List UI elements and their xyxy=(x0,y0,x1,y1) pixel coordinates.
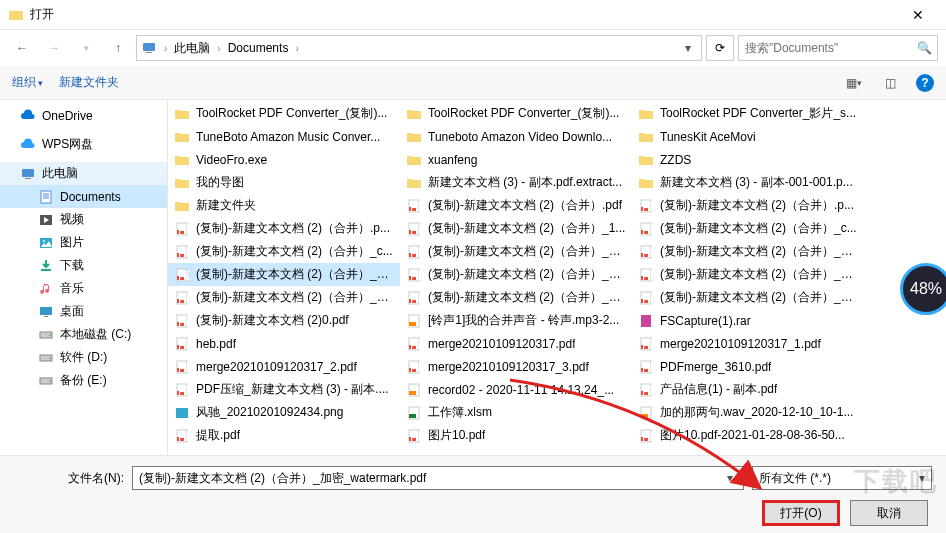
svg-text:PDF: PDF xyxy=(642,337,654,351)
file-item[interactable]: xuanfeng xyxy=(400,148,632,171)
file-item[interactable]: 风驰_20210201092434.png xyxy=(168,401,400,424)
search-input[interactable] xyxy=(745,41,917,55)
sidebar-item-9[interactable]: 本地磁盘 (C:) xyxy=(0,323,167,346)
file-item[interactable]: PDF(复制)-新建文本文档 (2)（合并）_c... xyxy=(632,217,864,240)
file-item[interactable]: 加的那两句.wav_2020-12-10_10-1... xyxy=(632,401,864,424)
mp3-icon xyxy=(406,382,422,398)
file-item[interactable]: PDF(复制)-新建文本文档 (2)（合并）_已... xyxy=(400,286,632,309)
file-item[interactable]: PDFmerge20210109120317_1.pdf xyxy=(632,332,864,355)
file-item[interactable]: ToolRocket PDF Converter_影片_s... xyxy=(632,102,864,125)
file-item[interactable]: PDF(复制)-新建文本文档 (2)（合并）_c... xyxy=(168,240,400,263)
sidebar-item-1[interactable]: WPS网盘 xyxy=(0,133,167,156)
sidebar-item-label: 本地磁盘 (C:) xyxy=(60,326,131,343)
file-item[interactable]: ToolRocket PDF Converter_(复制)... xyxy=(400,102,632,125)
chevron-down-icon[interactable]: ▾ xyxy=(723,471,737,485)
file-item[interactable]: TuneBoto Amazon Music Conver... xyxy=(168,125,400,148)
file-item[interactable]: PDFmerge20210109120317_2.pdf xyxy=(168,355,400,378)
search-icon[interactable]: 🔍 xyxy=(917,41,931,55)
file-item[interactable]: Tuneboto Amazon Video Downlo... xyxy=(400,125,632,148)
crumb-documents[interactable]: Documents xyxy=(226,41,291,55)
file-item[interactable]: 新建文件夹 xyxy=(168,194,400,217)
file-item[interactable]: PDF(复制)-新建文本文档 (2)（合并）_加... xyxy=(632,240,864,263)
crumb-pc[interactable]: 此电脑 xyxy=(172,40,212,57)
search-box[interactable]: 🔍 xyxy=(738,35,938,61)
breadcrumb-expand[interactable]: ▾ xyxy=(679,41,697,55)
file-item[interactable]: PDFmerge20210109120317_3.pdf xyxy=(400,355,632,378)
back-button[interactable]: ← xyxy=(8,34,36,62)
forward-button[interactable]: → xyxy=(40,34,68,62)
open-button[interactable]: 打开(O) xyxy=(762,500,840,526)
svg-text:PDF: PDF xyxy=(642,429,654,443)
file-item[interactable]: PDF图片10.pdf xyxy=(400,424,632,447)
file-name: VideoFro.exe xyxy=(196,153,267,167)
sidebar-item-5[interactable]: 图片 xyxy=(0,231,167,254)
file-name: FSCapture(1).rar xyxy=(660,314,751,328)
pdf-icon: PDF xyxy=(406,290,422,306)
filter-combobox[interactable]: 所有文件 (*.*) ▾ xyxy=(752,466,932,490)
file-item[interactable]: PDF(复制)-新建文本文档 (2)（合并）_加... xyxy=(400,263,632,286)
file-item[interactable]: 工作簿.xlsm xyxy=(400,401,632,424)
up-button[interactable]: ↑ xyxy=(104,34,132,62)
file-item[interactable]: [铃声1]我的合并声音 - 铃声.mp3-2... xyxy=(400,309,632,332)
sidebar-item-2[interactable]: 此电脑 xyxy=(0,162,167,185)
sidebar-item-0[interactable]: OneDrive xyxy=(0,104,167,127)
file-item[interactable]: TunesKit AceMovi xyxy=(632,125,864,148)
toolbar: 组织 ▾ 新建文件夹 ▦ ▾ ◫ ? xyxy=(0,66,946,100)
pdf-icon: PDF xyxy=(174,336,190,352)
chevron-down-icon[interactable]: ▾ xyxy=(919,471,925,485)
file-item[interactable]: PDF(复制)-新建文本文档 (2)（合并）_加... xyxy=(400,240,632,263)
organize-menu[interactable]: 组织 ▾ xyxy=(12,74,43,91)
file-item[interactable]: 新建文本文档 (3) - 副本-001-001.p... xyxy=(632,171,864,194)
file-item[interactable]: FSCapture(1).rar xyxy=(632,309,864,332)
breadcrumb[interactable]: › 此电脑 › Documents › ▾ xyxy=(136,35,702,61)
file-item[interactable]: PDF(复制)-新建文本文档 (2)0.pdf xyxy=(168,309,400,332)
filename-combobox[interactable]: ▾ xyxy=(132,466,744,490)
file-item[interactable]: PDF(复制)-新建文本文档 (2)（合并）.p... xyxy=(632,194,864,217)
sidebar-item-label: 视频 xyxy=(60,211,84,228)
filename-input[interactable] xyxy=(139,471,723,485)
file-item[interactable]: PDF提取.pdf xyxy=(168,424,400,447)
new-folder-button[interactable]: 新建文件夹 xyxy=(59,74,119,91)
sidebar-item-10[interactable]: 软件 (D:) xyxy=(0,346,167,369)
file-item[interactable]: PDF(复制)-新建文本文档 (2)（合并）_加... xyxy=(632,263,864,286)
file-item[interactable]: PDF(复制)-新建文本文档 (2)（合并）.pdf xyxy=(400,194,632,217)
help-button[interactable]: ? xyxy=(916,74,934,92)
view-options[interactable]: ▦ ▾ xyxy=(844,75,864,91)
file-item[interactable]: VideoFro.exe xyxy=(168,148,400,171)
sidebar-item-11[interactable]: 备份 (E:) xyxy=(0,369,167,392)
file-item[interactable]: PDFPDFmerge_3610.pdf xyxy=(632,355,864,378)
file-item[interactable]: PDF产品信息(1) - 副本.pdf xyxy=(632,378,864,401)
recent-dropdown[interactable]: ▾ xyxy=(72,34,100,62)
sidebar-item-6[interactable]: 下载 xyxy=(0,254,167,277)
refresh-button[interactable]: ⟳ xyxy=(706,35,734,61)
file-name: 图片10.pdf xyxy=(428,427,485,444)
preview-pane[interactable]: ◫ xyxy=(880,75,900,91)
navbar: ← → ▾ ↑ › 此电脑 › Documents › ▾ ⟳ 🔍 xyxy=(0,30,946,66)
file-name: 新建文本文档 (3) - 副本-001-001.p... xyxy=(660,174,853,191)
file-item[interactable]: PDF(复制)-新建文本文档 (2)（合并）_加... xyxy=(168,263,400,286)
file-item[interactable]: PDF(复制)-新建文本文档 (2)（合并）_已... xyxy=(632,286,864,309)
file-name: PDF压缩_新建文本文档 (3) - 副本.... xyxy=(196,381,389,398)
file-item[interactable]: PDF图片10.pdf-2021-01-28-08-36-50... xyxy=(632,424,864,447)
pdf-icon: PDF xyxy=(638,290,654,306)
sidebar-item-4[interactable]: 视频 xyxy=(0,208,167,231)
file-item[interactable]: PDF(复制)-新建文本文档 (2)（合并）.p... xyxy=(168,217,400,240)
file-item[interactable]: ZZDS xyxy=(632,148,864,171)
close-button[interactable]: ✕ xyxy=(898,7,938,23)
file-item[interactable]: ToolRocket PDF Converter_(复制)... xyxy=(168,102,400,125)
file-item[interactable]: record02 - 2020-11-11 14.13.24_... xyxy=(400,378,632,401)
file-item[interactable]: PDFheb.pdf xyxy=(168,332,400,355)
sidebar-item-7[interactable]: 音乐 xyxy=(0,277,167,300)
sidebar-item-3[interactable]: Documents xyxy=(0,185,167,208)
file-item[interactable]: 我的导图 xyxy=(168,171,400,194)
file-item[interactable]: PDF(复制)-新建文本文档 (2)（合并）_已... xyxy=(168,286,400,309)
file-item[interactable]: PDFPDF压缩_新建文本文档 (3) - 副本.... xyxy=(168,378,400,401)
sidebar-item-label: 音乐 xyxy=(60,280,84,297)
cloud2-icon xyxy=(20,137,36,153)
file-item[interactable]: 新建文本文档 (3) - 副本.pdf.extract... xyxy=(400,171,632,194)
file-item[interactable]: PDF(复制)-新建文本文档 (2)（合并）_1... xyxy=(400,217,632,240)
cancel-button[interactable]: 取消 xyxy=(850,500,928,526)
file-item[interactable]: PDFmerge20210109120317.pdf xyxy=(400,332,632,355)
file-name: PDFmerge_3610.pdf xyxy=(660,360,771,374)
sidebar-item-8[interactable]: 桌面 xyxy=(0,300,167,323)
